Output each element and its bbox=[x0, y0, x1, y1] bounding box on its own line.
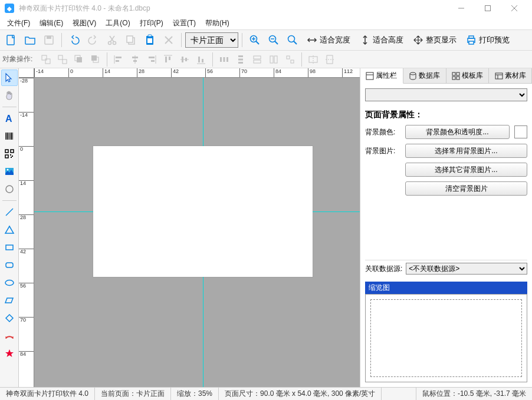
image-tool[interactable] bbox=[1, 163, 18, 180]
select-tool[interactable] bbox=[1, 70, 18, 86]
window-title: 神奇双面卡片打印软件 4.0 - 未命名1.dbcp bbox=[19, 4, 150, 14]
svg-rect-38 bbox=[91, 55, 97, 61]
svg-rect-62 bbox=[238, 58, 243, 60]
svg-rect-30 bbox=[469, 36, 474, 38]
svg-line-17 bbox=[165, 37, 172, 44]
bg-color-swatch[interactable] bbox=[514, 125, 527, 138]
arc-tool[interactable] bbox=[1, 328, 18, 344]
ungroup-button bbox=[55, 52, 70, 67]
card-side-select[interactable]: 卡片正面 bbox=[185, 32, 238, 48]
menu-help[interactable]: 帮助(H) bbox=[201, 17, 234, 29]
assoc-label: 关联数据源: bbox=[365, 264, 402, 274]
circle-shape-tool[interactable] bbox=[1, 181, 18, 197]
text-tool[interactable]: A bbox=[1, 110, 18, 127]
assoc-select[interactable]: <不关联数据源> bbox=[406, 263, 527, 275]
parallelogram-tool[interactable] bbox=[1, 292, 18, 309]
svg-rect-41 bbox=[116, 57, 121, 58]
bg-image-common-button[interactable]: 选择常用背景图片... bbox=[405, 144, 527, 158]
line-tool[interactable] bbox=[1, 204, 18, 220]
svg-line-10 bbox=[110, 36, 114, 42]
menu-edit[interactable]: 编辑(E) bbox=[35, 17, 68, 29]
svg-rect-75 bbox=[5, 133, 6, 140]
tab-assets[interactable]: 素材库 bbox=[489, 68, 532, 83]
rectangle-tool[interactable] bbox=[1, 239, 18, 256]
svg-rect-51 bbox=[169, 57, 170, 60]
tab-templates[interactable]: 模板库 bbox=[446, 68, 490, 83]
tab-properties[interactable]: 属性栏 bbox=[360, 68, 403, 84]
full-page-button[interactable]: 整页显示 bbox=[409, 32, 461, 48]
open-button[interactable] bbox=[21, 31, 39, 49]
svg-rect-47 bbox=[149, 57, 155, 58]
svg-rect-77 bbox=[8, 133, 9, 140]
menu-view[interactable]: 视图(V) bbox=[68, 17, 101, 29]
svg-rect-11 bbox=[129, 38, 134, 44]
svg-rect-12 bbox=[127, 36, 133, 42]
element-select[interactable] bbox=[365, 88, 527, 101]
svg-rect-61 bbox=[238, 55, 243, 57]
svg-rect-15 bbox=[147, 38, 152, 43]
card-canvas[interactable] bbox=[93, 146, 313, 277]
center-page-h-button bbox=[306, 52, 321, 67]
svg-point-88 bbox=[6, 169, 8, 171]
zoom-button[interactable] bbox=[284, 31, 301, 49]
svg-rect-59 bbox=[224, 57, 225, 62]
menu-settings[interactable]: 设置(T) bbox=[168, 17, 201, 29]
svg-rect-53 bbox=[182, 57, 183, 62]
svg-rect-63 bbox=[238, 62, 243, 64]
svg-rect-69 bbox=[291, 60, 294, 63]
svg-rect-100 bbox=[457, 72, 459, 75]
svg-rect-76 bbox=[6, 133, 8, 140]
star-tool[interactable] bbox=[1, 345, 18, 362]
menu-file[interactable]: 文件(F) bbox=[2, 17, 35, 29]
svg-rect-54 bbox=[185, 58, 187, 61]
delete-button bbox=[160, 31, 178, 49]
menu-print[interactable]: 打印(P) bbox=[135, 17, 168, 29]
fit-height-button[interactable]: 适合高度 bbox=[356, 32, 408, 48]
svg-rect-31 bbox=[469, 41, 474, 44]
canvas-area[interactable]: -14014284256708498112 -28-14014284256708… bbox=[19, 68, 360, 387]
left-tool-palette: A bbox=[0, 68, 19, 387]
qrcode-tool[interactable] bbox=[1, 146, 18, 162]
menu-tools[interactable]: 工具(O) bbox=[101, 17, 134, 29]
svg-point-7 bbox=[109, 42, 111, 45]
svg-point-93 bbox=[5, 280, 14, 286]
zoom-in-button[interactable] bbox=[246, 31, 264, 49]
bg-color-button[interactable]: 背景颜色和透明度... bbox=[405, 125, 510, 139]
bg-image-other-button[interactable]: 选择其它背景图片... bbox=[405, 163, 527, 177]
pan-tool[interactable] bbox=[1, 87, 18, 104]
svg-rect-32 bbox=[42, 55, 47, 60]
undo-button[interactable] bbox=[65, 31, 83, 49]
status-page: 当前页面：卡片正面 bbox=[95, 388, 171, 400]
barcode-tool[interactable] bbox=[1, 128, 18, 144]
svg-rect-58 bbox=[220, 57, 222, 62]
diamond-tool[interactable] bbox=[1, 310, 18, 326]
same-size-button bbox=[283, 52, 298, 67]
bg-image-label: 背景图片: bbox=[365, 146, 400, 156]
svg-rect-65 bbox=[254, 60, 261, 63]
svg-rect-84 bbox=[10, 154, 11, 156]
zoom-out-button[interactable] bbox=[265, 31, 283, 49]
svg-rect-56 bbox=[198, 57, 200, 62]
fit-width-button[interactable]: 适合宽度 bbox=[303, 32, 354, 48]
svg-rect-82 bbox=[11, 150, 14, 153]
rounded-rect-tool[interactable] bbox=[1, 257, 18, 273]
bring-front-button bbox=[71, 52, 87, 67]
svg-rect-86 bbox=[11, 157, 12, 158]
print-preview-button[interactable]: 打印预览 bbox=[462, 32, 514, 48]
new-button[interactable] bbox=[2, 31, 20, 49]
tab-database[interactable]: 数据库 bbox=[403, 68, 446, 83]
maximize-button[interactable] bbox=[474, 0, 501, 16]
svg-rect-102 bbox=[457, 77, 459, 80]
minimize-button[interactable] bbox=[448, 0, 474, 16]
ruler-horizontal: -14014284256708498112 bbox=[34, 68, 360, 78]
center-page-v-button bbox=[322, 52, 337, 67]
align-left-button bbox=[111, 52, 126, 67]
bg-image-clear-button[interactable]: 清空背景图片 bbox=[405, 181, 527, 196]
svg-rect-57 bbox=[202, 59, 203, 62]
close-button[interactable] bbox=[501, 0, 527, 16]
paste-button[interactable] bbox=[141, 31, 159, 49]
triangle-tool[interactable] bbox=[1, 222, 18, 238]
svg-rect-66 bbox=[270, 56, 273, 63]
ellipse-tool[interactable] bbox=[1, 275, 18, 291]
objbar-label: 对象操作: bbox=[2, 54, 32, 64]
